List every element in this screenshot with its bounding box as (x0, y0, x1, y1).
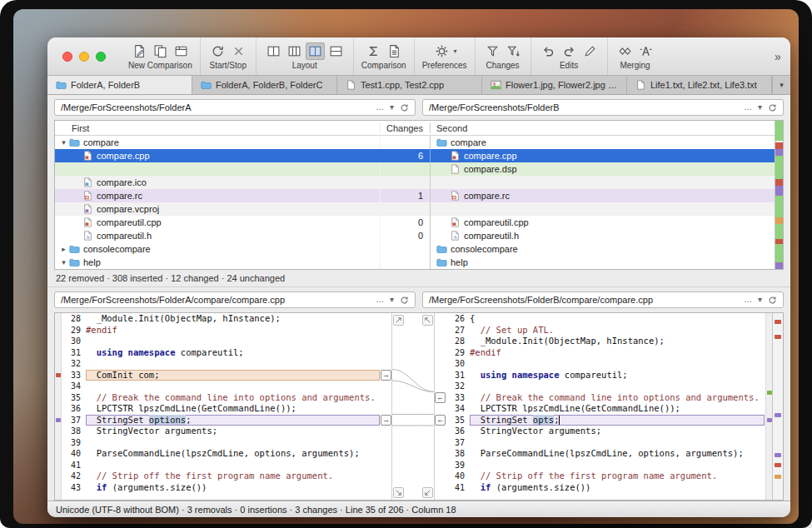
tab-life1-txt-life2-txt-life3-txt[interactable]: Life1.txt, Life2.txt, Life3.txt (627, 76, 772, 94)
merge-to-left-button[interactable]: ← (435, 415, 446, 426)
path-refresh-button[interactable] (400, 296, 409, 305)
line-number: 37 (62, 415, 86, 426)
folder-rows: ▾comparecomparecompare.cpp6compare.cppco… (55, 136, 775, 269)
changes-count: 0 (380, 216, 430, 229)
expander-open-icon[interactable]: ▾ (58, 136, 69, 149)
code-text: StringSet options; (86, 415, 380, 426)
left-change-map[interactable] (55, 313, 62, 500)
column-header-second[interactable]: Second (430, 123, 775, 133)
preferences-button[interactable] (432, 42, 451, 60)
stop-comparison-button[interactable] (229, 42, 248, 60)
tab-flower1-jpg-flower2-jpg-100-[interactable]: Flower1.jpg, Flower2.jpg @ 100% (482, 76, 627, 94)
automatic-merge-button[interactable] (636, 42, 655, 60)
next-change-button[interactable] (504, 42, 523, 60)
new-text-comparison-button[interactable] (130, 42, 149, 60)
change-mark (775, 335, 781, 339)
path-menu-button[interactable]: … (744, 296, 752, 304)
folder-row[interactable]: compare.rc1compare.rc (55, 189, 775, 202)
path-menu-button[interactable]: … (376, 103, 384, 112)
zoom-button[interactable] (96, 52, 106, 62)
folder-row[interactable]: compare.ico (55, 176, 775, 189)
merge-to-right-button[interactable]: → (381, 370, 391, 381)
comparison-summary-button[interactable] (364, 42, 383, 60)
folder-row[interactable]: compareutil.cpp0compareutil.cpp (55, 216, 775, 229)
tab-foldera-folderb-folderc[interactable]: FolderA, FolderB, FolderC (192, 76, 337, 94)
code-line: 34 LPCTSTR lpszCmdLine(GetCommandLine())… (435, 403, 765, 415)
left-code-lines[interactable]: 28 _Module.Init(ObjectMap, hInstance);29… (62, 313, 391, 500)
folder-row[interactable]: ▾comparecompare (55, 136, 775, 149)
comparison-report-button[interactable] (385, 42, 404, 60)
expander-open-icon[interactable]: ▾ (58, 256, 69, 269)
right-change-map[interactable] (765, 313, 772, 500)
folder-row[interactable]: hcompareutil.h0hcompareutil.h (55, 229, 775, 242)
path-dropdown-button[interactable]: ▾ (758, 296, 762, 304)
path-menu-button[interactable]: … (744, 103, 752, 112)
file-path-left[interactable]: /Merge/ForScreenshots/FolderA/compare/co… (54, 291, 416, 308)
merge-changes-button[interactable] (615, 42, 635, 60)
item-name: compare.vcproj (97, 204, 159, 214)
line-number: 40 (446, 471, 470, 482)
folder-overview-strip[interactable] (775, 121, 783, 269)
code-text: if (arguments.size()) (86, 482, 380, 494)
previous-change-button[interactable] (483, 42, 502, 60)
status-bar: Unicode (UTF-8 without BOM) · 3 removals… (47, 501, 790, 517)
new-tab-button[interactable] (172, 42, 191, 60)
path-refresh-button[interactable] (768, 103, 777, 112)
folder-row[interactable]: compare.cpp6compare.cpp (55, 149, 775, 162)
code-text: // Strip off the first program name argu… (86, 471, 380, 482)
column-header-changes[interactable]: Changes (380, 123, 430, 133)
changes-count: 6 (380, 149, 430, 162)
change-mark (775, 320, 781, 324)
layout-single-pane-button[interactable] (326, 42, 346, 60)
path-refresh-button[interactable] (400, 103, 409, 112)
folder-icon (56, 80, 67, 90)
folder-path-left[interactable]: /Merge/ForScreenshots/FolderA … ▾ (54, 99, 416, 116)
tab-foldera-folderb[interactable]: FolderA, FolderB (47, 76, 192, 94)
left-jump-bottom-button[interactable] (393, 487, 404, 498)
folder-row[interactable]: compare.vcproj (55, 202, 775, 216)
line-number: 35 (62, 392, 86, 404)
file-path-right[interactable]: /Merge/ForScreenshots/FolderB/compare/co… (422, 291, 784, 308)
merge-to-right-button[interactable]: → (381, 415, 391, 426)
right-code-lines[interactable]: 26{27 // Set up ATL.28 _Module.Init(Obje… (435, 313, 765, 500)
redo-button[interactable] (560, 42, 579, 60)
file-ico-icon (82, 177, 93, 187)
path-dropdown-button[interactable]: ▾ (390, 296, 394, 304)
new-folder-comparison-button[interactable] (151, 42, 170, 60)
toolbar-group-label: Start/Stop (209, 61, 246, 70)
layout-current-button[interactable] (306, 42, 325, 60)
path-dropdown-button[interactable]: ▾ (390, 103, 394, 112)
folder-path-right[interactable]: /Merge/ForScreenshots/FolderB … ▾ (422, 99, 784, 116)
tab-overflow-button[interactable]: ▾ (772, 76, 790, 94)
layout-three-pane-button[interactable] (285, 42, 304, 60)
folder-row[interactable]: compare.dsp (55, 162, 775, 176)
overview-segment (775, 142, 783, 149)
undo-button[interactable] (539, 42, 558, 60)
left-jump-top-button[interactable] (393, 315, 404, 326)
merge-to-left-button[interactable]: ← (435, 392, 446, 403)
code-text: LPCTSTR lpszCmdLine(GetCommandLine()); (86, 403, 380, 415)
folder-row[interactable]: ▾helphelp (55, 256, 775, 269)
traffic-lights (62, 52, 106, 62)
left-code-pane[interactable]: 28 _Module.Init(ObjectMap, hInstance);29… (55, 313, 391, 500)
restart-comparison-button[interactable] (208, 42, 227, 60)
right-jump-bottom-button[interactable] (422, 487, 433, 498)
file-rc-icon (450, 191, 461, 201)
column-header-first[interactable]: First (55, 123, 380, 133)
toolbar-overflow-button[interactable]: » (765, 37, 790, 75)
edit-in-place-button[interactable] (580, 42, 600, 60)
path-dropdown-button[interactable]: ▾ (758, 103, 762, 112)
tab-test1-cpp-test2-cpp[interactable]: Test1.cpp, Test2.cpp (337, 76, 482, 94)
minimize-button[interactable] (79, 52, 89, 62)
close-button[interactable] (62, 52, 72, 62)
overview-strip[interactable] (772, 313, 783, 500)
right-code-pane[interactable]: 26{27 // Set up ATL.28 _Module.Init(Obje… (435, 313, 772, 500)
folder-row[interactable]: ▸consolecompareconsolecompare (55, 242, 775, 256)
toolbar-group-label: Edits (560, 61, 578, 70)
expander-closed-icon[interactable]: ▸ (58, 242, 69, 256)
right-jump-top-button[interactable] (422, 315, 433, 326)
path-menu-button[interactable]: … (376, 296, 384, 304)
code-text (86, 358, 380, 370)
path-refresh-button[interactable] (768, 296, 777, 305)
layout-two-pane-button[interactable] (264, 42, 283, 60)
